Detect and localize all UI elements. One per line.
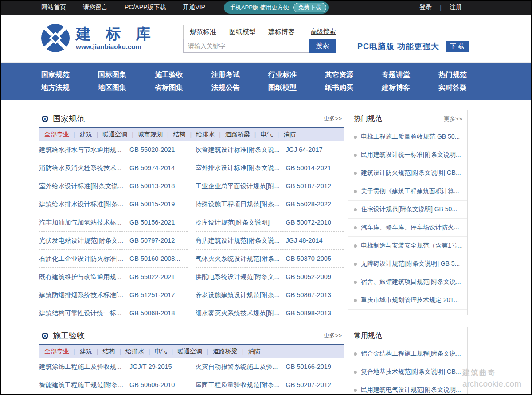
search-tab-drawings[interactable]: 图纸模型 [223,25,262,39]
nav-item[interactable]: 地方法规 [41,83,98,93]
filter-tab[interactable]: 结构 [102,348,125,356]
nav-item[interactable]: 图纸模型 [268,83,325,93]
standard-code[interactable]: GB 50015-2019 [129,201,175,208]
standard-code[interactable]: GB 51251-2017 [129,291,175,298]
standard-code[interactable]: GB 50166-2019 [286,363,331,370]
standard-code[interactable]: JGJ/T 29-2015 [129,363,172,370]
filter-tab[interactable]: 建筑 [80,348,103,356]
hot-standard-link[interactable]: 重庆市城市规划管理技术规定 201... [348,291,467,310]
nav-item[interactable]: 注册考试 [211,70,268,80]
nav-item[interactable]: 热门规范 [438,70,495,80]
filter-tab[interactable]: 建筑 [80,131,103,139]
search-input[interactable] [183,39,309,53]
filter-tab[interactable]: 全部专业 [44,131,80,139]
filter-tab[interactable]: 消防 [283,131,296,139]
topbar-link-message[interactable]: 请您留言 [83,4,108,12]
hot-standard-link[interactable]: 住宅设计规范[附条文说明] GB 50... [348,201,467,219]
filter-tab[interactable]: 暖通空调 [102,131,138,139]
search-tab-blog[interactable]: 建标博客 [262,25,301,39]
filter-tab[interactable]: 全部专业 [44,348,80,356]
common-standard-link[interactable]: 民用建筑电气设计规范[附条文说明... [348,381,467,395]
nav-item[interactable]: 施工验收 [155,70,211,80]
standard-link[interactable]: 建筑涂饰工程施工及验收规... [39,363,127,371]
nav-item[interactable]: 纸书购买 [325,83,382,93]
standard-code[interactable]: JGJ 64-2017 [286,146,323,153]
hot-standard-link[interactable]: 无障碍设计规范[附条文说明] GB 5... [348,255,467,273]
topbar-link-home[interactable]: 网站首页 [41,4,66,12]
filter-tab[interactable]: 城市规划 [138,131,173,139]
nav-item[interactable]: 国标图集 [98,70,155,80]
hot-standard-link[interactable]: 汽车库、修车库、停车场设计防火... [348,219,467,237]
standard-link[interactable]: 建筑结构可靠性设计统一标... [39,309,127,318]
standard-link[interactable]: 石油化工企业设计防火标准[... [39,255,127,263]
standard-link[interactable]: 既有建筑维护与改造通用规... [39,273,127,281]
nav-item[interactable]: 建标博客 [382,83,438,93]
standard-code[interactable]: GB 50898-2013 [286,310,331,317]
standard-link[interactable]: 特殊设施工程项目规范[附条... [196,200,283,209]
pc-download-button[interactable]: 下 载 [446,41,469,52]
nav-item[interactable]: 行业标准 [268,70,325,80]
free-download-pill[interactable]: 免费下载 [293,3,326,12]
hot-standard-link[interactable]: 民用建筑设计统一标准[附条文说明... [348,146,467,164]
standard-link[interactable]: 光伏发电站设计规范[附条文... [39,236,127,245]
standard-code[interactable]: GB 50014-2021 [286,164,331,171]
common-standard-link[interactable]: 复合地基技术规范[附条文说明] GB... [348,363,467,381]
standard-code[interactable]: GB 50068-2018 [129,310,175,317]
more-link[interactable]: 更多>> [324,332,342,340]
filter-tab[interactable]: 暖通空调 [177,348,213,356]
standard-link[interactable]: 火灾自动报警系统施工及验... [196,363,283,371]
standard-code[interactable]: GB 50156-2021 [129,219,175,226]
standard-link[interactable]: 气体灭火系统设计规范[附条... [196,255,283,263]
standard-link[interactable]: 供配电系统设计规范[附条文... [196,273,283,281]
standard-code[interactable]: GB 50797-2012 [129,237,175,244]
advanced-search-link[interactable]: 高级搜索 [311,28,336,39]
filter-tab[interactable]: 给排水 [125,348,155,356]
filter-tab[interactable]: 给排水 [196,131,225,139]
standard-link[interactable]: 消防给水及消火栓系统技术... [39,164,127,172]
standard-link[interactable]: 饮食建筑设计标准[附条文说... [196,146,283,154]
nav-item[interactable]: 地区图集 [98,83,155,93]
more-link[interactable]: 更多>> [444,115,462,123]
standard-link[interactable]: 屋面工程质量验收规范[附条... [196,381,283,389]
standard-link[interactable]: 工业企业总平面设计规范[附... [196,182,283,190]
standard-code[interactable]: GB 50974-2014 [129,164,175,171]
search-button[interactable]: 搜索 [309,39,336,53]
search-tab-standards[interactable]: 规范标准 [183,25,223,39]
standard-code[interactable]: GB 50867-2013 [286,291,331,298]
filter-tab[interactable]: 电气 [155,348,178,356]
standard-link[interactable]: 养老设施建筑设计规范[附条... [196,291,283,299]
mobile-app-banner[interactable]: 手机APP版 使用更方便 免费下载 [224,1,329,14]
standard-link[interactable]: 细水雾灭火系统技术规范[附... [196,309,283,318]
nav-item[interactable]: 专题讲堂 [382,70,438,80]
standard-code[interactable]: GB 55022-2021 [129,273,175,280]
standard-code[interactable]: GB 50072-2010 [286,219,331,226]
standard-link[interactable]: 冷库设计规范[附条文说明] [196,218,283,227]
nav-item[interactable]: 省标图集 [155,83,211,93]
hot-standard-link[interactable]: 电梯制造与安装安全规范（含第1号... [348,237,467,255]
standard-link[interactable]: 室外给水设计标准[附条文说... [39,182,127,190]
topbar-link-vip[interactable]: 开通VIP [183,4,205,12]
standard-link[interactable]: 建筑给水排水设计标准[附条... [39,200,127,209]
standard-code[interactable]: GB 55020-2021 [129,146,175,153]
more-link[interactable]: 更多>> [324,115,342,123]
hot-standard-link[interactable]: 关于贯彻《建筑工程建筑面积计算... [348,182,467,201]
nav-item[interactable]: 其它资源 [325,70,382,80]
filter-tab[interactable]: 道路桥梁 [225,131,261,139]
nav-item[interactable]: 国家规范 [41,70,98,80]
standard-code[interactable]: GB 50013-2018 [129,182,175,190]
standard-code[interactable]: GB 50207-2012 [286,381,331,388]
nav-item[interactable]: 法规公告 [211,83,268,93]
nav-item[interactable]: 实时答疑 [438,83,495,93]
standard-link[interactable]: 汽车加油加气加氢站技术标... [39,218,127,227]
standard-link[interactable]: 建筑防烟排烟系统技术标准[... [39,291,127,299]
topbar-link-pc-app-download[interactable]: PC/APP版下载 [125,4,166,12]
common-standard-link[interactable]: 铝合金结构工程施工规程[附条文说... [348,345,467,363]
standard-link[interactable]: 室外排水设计标准[附条文说... [196,164,283,172]
hot-standard-link[interactable]: 电梯工程施工质量验收规范 GB 50... [348,128,467,146]
filter-tab[interactable]: 结构 [173,131,196,139]
standard-code[interactable]: GB 50606-2010 [129,381,175,388]
hot-standard-link[interactable]: 建筑设计防火规范[附条文说明] GB... [348,164,467,182]
standard-link[interactable]: 商店建筑设计规范[附条文说... [196,236,283,245]
standard-link[interactable]: 建筑给水排水与节水通用规... [39,146,127,154]
filter-tab[interactable]: 电气 [260,131,283,139]
